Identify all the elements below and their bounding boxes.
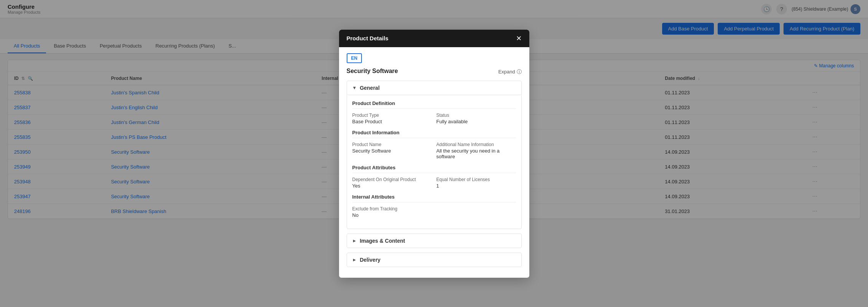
product-information-fields: Product Name Security Software Additiona… [352, 142, 516, 159]
internal-attributes-fields: Exclude from Tracking No [352, 206, 516, 218]
field-additional-name: Additional Name Information All the secu… [436, 142, 516, 159]
language-tab[interactable]: EN [347, 53, 362, 63]
general-section-body: Product Definition Product Type Base Pro… [347, 95, 521, 226]
dependent-value: Yes [352, 183, 432, 189]
modal-title: Product Details [347, 35, 389, 41]
modal-overlay[interactable]: Product Details ✕ EN Security Software E… [0, 0, 868, 225]
field-dependent: Dependent On Original Product Yes [352, 177, 432, 189]
product-attributes-fields: Dependent On Original Product Yes Equal … [352, 177, 516, 189]
internal-attributes-title: Internal Attributes [352, 194, 516, 202]
product-information-title: Product Information [352, 130, 516, 138]
status-value: Fully available [436, 119, 516, 124]
exclude-tracking-label: Exclude from Tracking [352, 206, 432, 212]
product-name-value: Security Software [352, 148, 432, 154]
field-product-type: Product Type Base Product [352, 113, 432, 124]
field-equal-licenses: Equal Number of Licenses 1 [436, 177, 516, 189]
equal-licenses-label: Equal Number of Licenses [436, 177, 516, 182]
general-chevron-icon: ▼ [352, 85, 357, 91]
modal-body: EN Security Software Expand ⓘ ▼ General … [339, 47, 529, 226]
general-section-header[interactable]: ▼ General [347, 81, 521, 95]
exclude-tracking-value: No [352, 212, 432, 218]
field-status: Status Fully available [436, 113, 516, 124]
general-section-title: General [360, 85, 379, 91]
product-name-row: Security Software Expand ⓘ [347, 68, 522, 76]
status-label: Status [436, 113, 516, 118]
product-type-value: Base Product [352, 119, 432, 124]
general-section: ▼ General Product Definition Product Typ… [347, 81, 522, 226]
equal-licenses-value: 1 [436, 183, 516, 189]
modal-close-button[interactable]: ✕ [516, 35, 522, 42]
product-type-label: Product Type [352, 113, 432, 118]
dependent-label: Dependent On Original Product [352, 177, 432, 182]
additional-name-value: All the security you need in a software [436, 148, 516, 159]
field-exclude-tracking: Exclude from Tracking No [352, 206, 432, 218]
info-icon: ⓘ [517, 68, 522, 75]
additional-name-label: Additional Name Information [436, 142, 516, 147]
product-name-label: Product Name [352, 142, 432, 147]
product-details-modal: Product Details ✕ EN Security Software E… [339, 30, 529, 226]
expand-button[interactable]: Expand ⓘ [498, 68, 521, 75]
product-definition-fields: Product Type Base Product Status Fully a… [352, 113, 516, 124]
modal-header: Product Details ✕ [339, 30, 529, 47]
product-attributes-title: Product Attributes [352, 165, 516, 173]
modal-product-name: Security Software [347, 68, 398, 75]
product-definition-title: Product Definition [352, 100, 516, 109]
field-product-name: Product Name Security Software [352, 142, 432, 159]
